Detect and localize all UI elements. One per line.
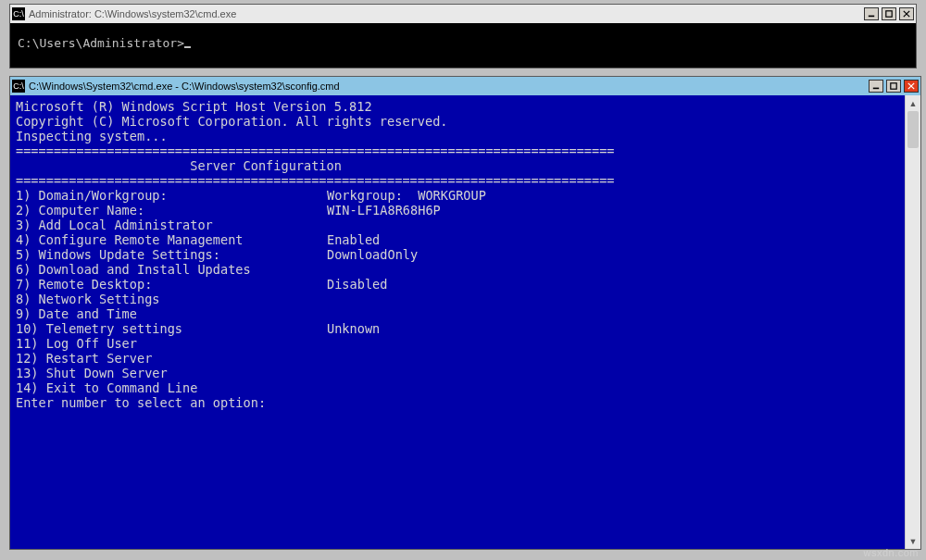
menu-item-7[interactable]: 7) Remote Desktop:Disabled (16, 277, 899, 292)
maximize-button[interactable] (882, 7, 896, 20)
menu-item-label: 6) Download and Install Updates (16, 262, 327, 277)
scroll-thumb[interactable] (907, 111, 919, 148)
menu-item-value: DownloadOnly (327, 247, 418, 262)
menu-item-value: WIN-LF1A8R68H6P (327, 203, 441, 218)
menu-item-8[interactable]: 8) Network Settings (16, 292, 899, 306)
minimize-button[interactable] (864, 7, 879, 20)
vertical-scrollbar[interactable]: ▲ ▼ (905, 95, 920, 549)
admin-window-controls (864, 7, 914, 20)
menu-item-3[interactable]: 3) Add Local Administrator (16, 218, 899, 232)
cursor (184, 46, 191, 48)
menu-item-value: Disabled (327, 277, 387, 292)
menu-item-label: 8) Network Settings (16, 292, 327, 306)
sconfig-client[interactable]: Microsoft (R) Windows Script Host Versio… (10, 95, 905, 549)
menu-item-label: 2) Computer Name: (16, 203, 327, 218)
minimize-button[interactable] (869, 80, 883, 93)
menu-item-label: 13) Shut Down Server (16, 366, 327, 380)
copyright-header: Copyright (C) Microsoft Corporation. All… (16, 114, 899, 129)
svg-rect-5 (891, 83, 896, 89)
admin-cmd-title: Administrator: C:\Windows\system32\cmd.e… (29, 8, 236, 19)
maximize-button[interactable] (886, 80, 901, 93)
prompt-text: C:\Users\Administrator> (18, 36, 184, 50)
menu-item-14[interactable]: 14) Exit to Command Line (16, 380, 899, 395)
menu-item-label: 4) Configure Remote Management (16, 232, 327, 247)
menu-item-2[interactable]: 2) Computer Name:WIN-LF1A8R68H6P (16, 203, 899, 218)
menu-item-label: 5) Windows Update Settings: (16, 247, 327, 262)
script-host-header: Microsoft (R) Windows Script Host Versio… (16, 99, 899, 114)
admin-cmd-window: C:\ Administrator: C:\Windows\system32\c… (9, 4, 917, 68)
inspecting-line: Inspecting system... (16, 129, 899, 143)
menu-item-6[interactable]: 6) Download and Install Updates (16, 262, 899, 277)
menu-item-label: 12) Restart Server (16, 351, 327, 366)
cmd-icon: C:\ (12, 7, 25, 20)
menu-item-value: Enabled (327, 232, 380, 247)
menu-item-value: Unknown (327, 321, 380, 336)
section-title: Server Configuration (16, 158, 899, 173)
close-button[interactable] (899, 7, 914, 20)
sconfig-window: C:\ C:\Windows\System32\cmd.exe - C:\Win… (9, 76, 921, 550)
menu-item-label: 3) Add Local Administrator (16, 218, 327, 232)
menu-item-label: 9) Date and Time (16, 306, 327, 321)
sconfig-title: C:\Windows\System32\cmd.exe - C:\Windows… (29, 81, 340, 92)
rule-line: ========================================… (16, 173, 899, 188)
menu-item-value: Workgroup: WORKGROUP (327, 188, 486, 203)
enter-option-prompt: Enter number to select an option: (16, 395, 899, 410)
svg-rect-1 (886, 11, 892, 17)
menu-item-label: 1) Domain/Workgroup: (16, 188, 327, 203)
scroll-up-arrow[interactable]: ▲ (906, 95, 920, 111)
menu-item-11[interactable]: 11) Log Off User (16, 336, 899, 351)
sconfig-window-controls (869, 80, 919, 93)
menu-item-label: 7) Remote Desktop: (16, 277, 327, 292)
menu-item-12[interactable]: 12) Restart Server (16, 351, 899, 366)
sconfig-titlebar[interactable]: C:\ C:\Windows\System32\cmd.exe - C:\Win… (10, 77, 920, 95)
menu-item-4[interactable]: 4) Configure Remote ManagementEnabled (16, 232, 899, 247)
scroll-track[interactable] (906, 111, 920, 533)
menu-item-label: 10) Telemetry settings (16, 321, 327, 336)
menu-item-10[interactable]: 10) Telemetry settingsUnknown (16, 321, 899, 336)
admin-cmd-client[interactable]: C:\Users\Administrator> (10, 23, 916, 68)
menu-item-label: 14) Exit to Command Line (16, 380, 327, 395)
menu-item-9[interactable]: 9) Date and Time (16, 306, 899, 321)
menu-item-5[interactable]: 5) Windows Update Settings:DownloadOnly (16, 247, 899, 262)
menu-item-13[interactable]: 13) Shut Down Server (16, 366, 899, 380)
menu-item-label: 11) Log Off User (16, 336, 327, 351)
cmd-icon: C:\ (12, 80, 25, 93)
scroll-down-arrow[interactable]: ▼ (906, 533, 920, 549)
admin-cmd-titlebar[interactable]: C:\ Administrator: C:\Windows\system32\c… (10, 5, 916, 23)
menu-item-1[interactable]: 1) Domain/Workgroup:Workgroup: WORKGROUP (16, 188, 899, 203)
rule-line: ========================================… (16, 143, 899, 158)
close-button[interactable] (904, 80, 919, 93)
